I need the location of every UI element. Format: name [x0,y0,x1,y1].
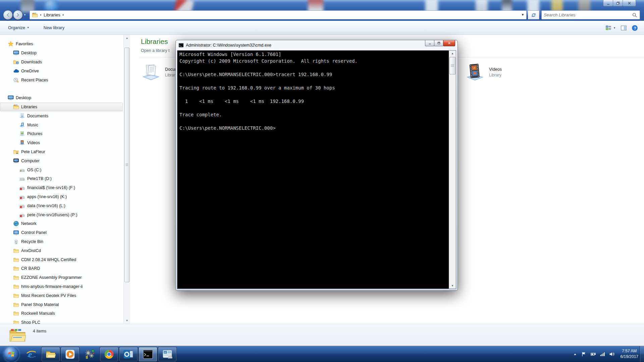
sidebar-item-most-recent-geotek-pv-files[interactable]: Most Recent Geotek PV Files [0,291,123,300]
sidebar-item-pictures[interactable]: Pictures [0,129,123,138]
taskbar-clock[interactable]: 7:57 AM 6/19/2017 [621,348,638,360]
taskbar-internet-explorer[interactable]: e [22,347,41,362]
sidebar-item-music[interactable]: Music [0,120,123,129]
sidebar-item-data-ne-srv16-l[interactable]: data (\\ne-srv16) (L:) [0,201,123,210]
chevron-right-icon[interactable] [62,13,65,16]
cmd-close-button[interactable] [443,40,455,46]
sidebar-item-recycle-bin[interactable]: Recycle Bin [0,237,123,246]
scroll-up-icon[interactable]: ▲ [124,36,129,41]
sidebar-item-apps-ne-srv16-k[interactable]: apps (\\ne-srv16) (K:) [0,192,123,201]
taskbar-plc-config-tool[interactable] [80,347,99,362]
volume-icon[interactable] [609,351,615,357]
sidebar-item-panel-shop-material[interactable]: Panel Shop Material [0,300,123,309]
organize-button[interactable]: Organize ▼ [5,23,33,32]
power-icon[interactable] [590,351,596,357]
show-desktop-button[interactable] [640,346,644,362]
monitor-icon [8,95,14,101]
sidebar-item-network[interactable]: Network [0,219,123,228]
console-output: Microsoft Windows [Version 6.1.7601]Copy… [179,52,447,289]
close-button[interactable] [623,0,636,6]
star-icon [8,41,14,47]
console-line [179,65,447,72]
scroll-up-icon[interactable]: ▲ [449,51,456,56]
libraries-folder-icon [32,12,38,18]
search-input[interactable] [542,12,632,17]
sidebar-item-onedrive[interactable]: OneDrive [0,66,123,75]
sidebar-item-videos[interactable]: Videos [0,138,123,147]
taskbar-start-button[interactable] [2,347,21,362]
cmd-minimize-button[interactable] [425,40,434,46]
scrollbar-thumb[interactable] [124,48,129,282]
sidebar-item-cr-bard[interactable]: CR BARD [0,264,123,273]
sidebar-item-favorites[interactable]: Favorites [0,40,123,49]
taskbar-windows-explorer[interactable] [41,347,60,362]
scroll-down-icon[interactable]: ▼ [449,283,456,289]
console-line [179,78,447,85]
views-button[interactable]: ▼ [605,25,616,31]
help-icon[interactable]: ? [632,25,638,31]
sidebar-item-recent-places[interactable]: Recent Places [0,75,123,84]
sidebar-item-label: CDM 2.08.24 WHQL Certified [21,257,76,262]
sidebar-item-label: Recycle Bin [21,239,43,244]
folder-icon [13,302,19,308]
library-tile-videos[interactable]: Videos Library [466,62,576,82]
sidebar-item-control-panel[interactable]: Control Panel [0,228,123,237]
caret-down-icon: ▼ [27,26,30,29]
sidebar-scrollbar[interactable]: ▲ ▼ [123,35,130,324]
sidebar-item-os-c[interactable]: OS (C:) [0,165,123,174]
sidebar-item-downloads[interactable]: Downloads [0,58,123,67]
tree-spacer [0,84,123,94]
items-count: 4 items [33,329,46,334]
sidebar-item-shop-plc[interactable]: Shop PLC [0,318,123,324]
breadcrumb-location[interactable]: Libraries [44,12,60,17]
tile-type: Library [489,73,502,77]
taskbar-report-app[interactable] [158,347,177,362]
scrollbar-thumb[interactable] [449,57,455,74]
cmd-titlebar[interactable]: Administrator: C:\Windows\system32\cmd.e… [176,40,458,50]
sidebar-item-libraries[interactable]: Libraries [0,103,123,112]
search-icon[interactable] [632,12,637,18]
documents-library-icon [142,63,160,81]
sidebar-item-label: EZZONE Assembly Programmer [21,275,82,280]
taskbar-outlook[interactable] [119,347,138,362]
sidebar-item-desktop[interactable]: Desktop [0,49,123,58]
refresh-button[interactable] [528,10,539,19]
taskbar-command-prompt[interactable] [139,347,157,362]
sidebar-item-pete-lafleur[interactable]: Pete LaFleur [0,147,123,157]
back-button[interactable] [3,10,13,20]
sidebar-item-documents[interactable]: Documents [0,111,123,120]
sidebar-item-label: hms-anybus-firmware-manager-ii [21,284,83,289]
hidden-icons-icon[interactable] [573,352,577,356]
sidebar-item-pete-ne-srv16-users-p[interactable]: pete (\\ne-srv16\users) (P:) [0,210,123,219]
sidebar-item-financial-ne-srv16-f[interactable]: financial$ (\\ne-srv16) (F:) [0,183,123,192]
minimize-button[interactable] [603,0,613,6]
preview-pane-icon[interactable] [621,25,627,31]
address-history-dropdown[interactable]: ▼ [521,13,524,16]
action-center-icon[interactable] [581,351,587,357]
address-breadcrumb[interactable]: Libraries ▼ [30,10,527,19]
libfolder-icon [13,104,19,110]
command-toolbar: Organize ▼ New library ▼ ? [0,21,644,35]
sidebar-item-cdm-2-08-24-whql-certified[interactable]: CDM 2.08.24 WHQL Certified [0,255,123,264]
sidebar-item-desktop[interactable]: Desktop [0,94,123,103]
scroll-down-icon[interactable]: ▼ [124,318,129,323]
taskbar-media-player[interactable] [61,347,79,362]
console[interactable]: Microsoft Windows [Version 6.1.7601]Copy… [177,50,456,289]
console-scrollbar[interactable]: ▲ ▼ [449,51,456,289]
cmd-maximize-button[interactable] [434,40,443,46]
sidebar-item-anxdistcd[interactable]: AnxDistCd [0,246,123,255]
onedrive-icon [13,68,19,74]
sidebar-item-computer[interactable]: Computer [0,156,123,165]
sidebar-item-hms-anybus-firmware-manager-ii[interactable]: hms-anybus-firmware-manager-ii [0,282,123,291]
sidebar-item-rockwell-manuals[interactable]: Rockwell Manuals [0,309,123,318]
recent-pages-dropdown[interactable]: ▼ [23,13,26,16]
sidebar-item-pete1tb-d[interactable]: Pete1TB (D:) [0,174,123,183]
sidebar-item-ezzone-assembly-programmer[interactable]: EZZONE Assembly Programmer [0,273,123,282]
taskbar-chrome[interactable] [100,347,118,362]
forward-button[interactable] [13,10,23,20]
restore-button[interactable] [613,0,623,6]
new-library-button[interactable]: New library [40,23,68,32]
cmd-window[interactable]: Administrator: C:\Windows\system32\cmd.e… [175,40,458,291]
network-signal-icon[interactable] [600,351,605,357]
videos-library-icon [466,63,484,81]
